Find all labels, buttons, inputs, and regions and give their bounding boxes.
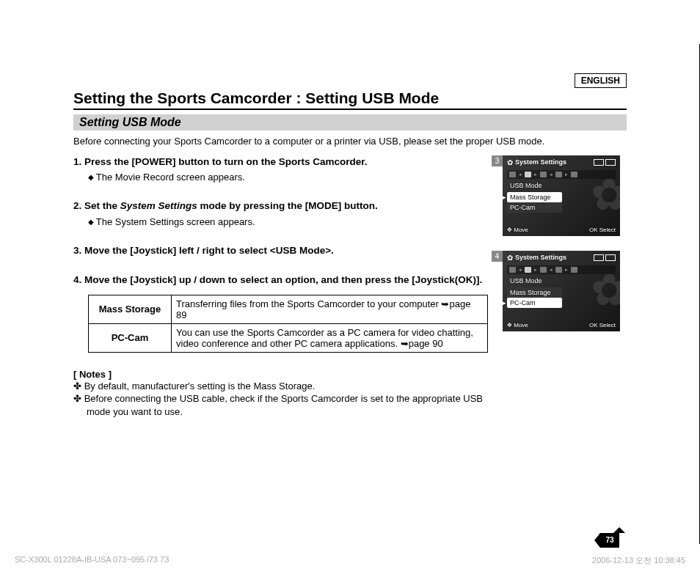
screenshot-number: 3 [492, 155, 503, 166]
option-mass-storage: Mass Storage [507, 287, 562, 298]
option-mass-storage: Mass Storage [507, 192, 562, 202]
options-table: Mass Storage Transferring files from the… [88, 295, 488, 353]
footer-move: ✥ Move [507, 227, 528, 233]
table-row: Mass Storage Transferring files from the… [89, 295, 488, 323]
step-2-sub: The System Settings screen appears. [88, 216, 488, 229]
screenshot-3: 3 ✿ System Settings ◂▸◂▸ USB Mode Mass S… [503, 155, 627, 236]
page-title: Setting the Sports Camcorder : Setting U… [73, 89, 627, 110]
tab-strip: ◂▸◂▸ [507, 170, 616, 179]
footer-move: ✥ Move [507, 322, 528, 328]
option-value: Transferring files from the Sports Camco… [172, 295, 488, 323]
section-title: Setting USB Mode [73, 114, 627, 131]
table-row: PC-Cam You can use the Sports Camcorder … [89, 323, 488, 352]
note-item: Before connecting the USB cable, check i… [73, 392, 488, 418]
step-3: Move the [Joystick] left / right to sele… [73, 244, 488, 257]
step-1: Press the [POWER] button to turn on the … [73, 155, 488, 184]
option-pc-cam: PC-Cam [507, 298, 562, 308]
mode-label: USB Mode [510, 277, 542, 284]
screen-header: System Settings [515, 254, 566, 261]
battery-icon [594, 254, 616, 261]
step-4: Move the [Joystick] up / down to select … [73, 273, 488, 352]
page-number: 73 [600, 533, 619, 548]
print-footer: SC-X300L 01228A-IB-USA 073~095.i73 73 20… [15, 555, 685, 566]
gear-icon [507, 254, 513, 262]
notes-header: [ Notes ] [73, 369, 488, 380]
step-2: Set the System Settings mode by pressing… [73, 199, 488, 228]
option-value: You can use the Sports Camcorder as a PC… [172, 323, 488, 352]
screenshot-4: 4 ✿ System Settings ◂▸◂▸ USB Mode Mass S… [503, 251, 627, 331]
footer-right: 2006-12-13 오전 10:38:45 [592, 555, 685, 566]
footer-select: OK Select [589, 227, 616, 233]
intro-text: Before connecting your Sports Camcorder … [73, 135, 627, 148]
battery-icon [594, 159, 616, 166]
gear-bg-icon: ✿ [591, 177, 620, 213]
step-2-head: Set the System Settings mode by pressing… [73, 199, 488, 213]
step-3-head: Move the [Joystick] left / right to sele… [73, 244, 488, 257]
step-1-sub: The Movie Record screen appears. [88, 171, 488, 184]
mode-label: USB Mode [510, 182, 542, 189]
gear-icon [507, 158, 513, 166]
language-label: ENGLISH [575, 73, 627, 88]
gear-bg-icon: ✿ [591, 273, 620, 308]
footer-select: OK Select [589, 322, 616, 328]
tab-strip: ◂▸◂▸ [507, 265, 616, 274]
footer-left: SC-X300L 01228A-IB-USA 073~095.i73 73 [15, 555, 169, 566]
step-4-head: Move the [Joystick] up / down to select … [73, 273, 488, 287]
option-list: Mass Storage PC-Cam [507, 287, 562, 308]
screenshot-number: 4 [492, 251, 503, 262]
option-key: PC-Cam [89, 323, 172, 352]
option-key: Mass Storage [89, 295, 172, 323]
screen-header: System Settings [515, 158, 566, 166]
note-item: By default, manufacturer's setting is th… [73, 380, 488, 393]
option-pc-cam: PC-Cam [507, 202, 562, 213]
option-list: Mass Storage PC-Cam [507, 192, 562, 213]
step-1-head: Press the [POWER] button to turn on the … [73, 155, 488, 169]
